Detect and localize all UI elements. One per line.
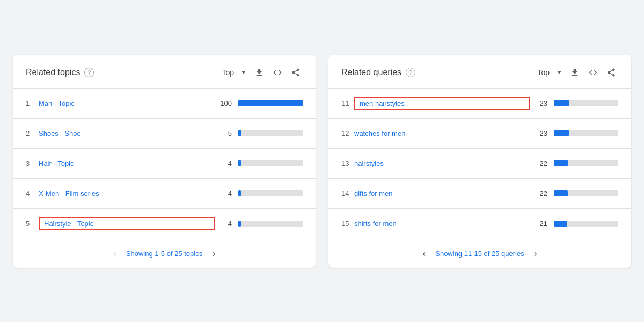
bar-container [554, 130, 618, 136]
left-card-header: Related topics ? Top [13, 55, 316, 89]
right-dropdown-btn[interactable] [554, 69, 564, 76]
right-card-title: Related queries [341, 68, 401, 77]
row-label[interactable]: Man - Topic [39, 99, 215, 107]
row-label[interactable]: hairstyles [354, 159, 530, 167]
bar-fill [238, 160, 241, 166]
table-row: 12watches for men23 [328, 119, 631, 149]
code-icon [273, 68, 282, 77]
left-card-footer: ‹ Showing 1-5 of 25 topics › [13, 239, 316, 268]
table-row: 5Hairstyle - Topic4 [13, 209, 316, 239]
bar-container [554, 100, 618, 106]
row-value: 4 [215, 219, 232, 228]
right-card-footer: ‹ Showing 11-15 of 25 queries › [328, 239, 631, 268]
table-row: 13hairstyles22 [328, 149, 631, 179]
row-number: 11 [341, 99, 354, 107]
row-label[interactable]: Shoes - Shoe [39, 129, 215, 137]
right-code-btn[interactable] [586, 65, 600, 79]
right-dropdown-arrow-icon [557, 71, 561, 74]
right-download-btn[interactable] [568, 65, 582, 79]
bar-container [554, 221, 618, 227]
row-value: 23 [530, 129, 547, 137]
left-download-btn[interactable] [252, 65, 266, 79]
left-help-icon[interactable]: ? [84, 68, 94, 77]
right-top-label: Top [537, 68, 550, 77]
bar-container [554, 160, 618, 166]
row-value: 23 [530, 99, 547, 107]
right-header-controls: Top [537, 65, 618, 79]
left-card-body: 1Man - Topic1002Shoes - Shoe53Hair - Top… [13, 89, 316, 239]
related-topics-card: Related topics ? Top 1Man - Topic1002Sho [13, 55, 316, 268]
table-row: 14gifts for men22 [328, 179, 631, 209]
left-card-title: Related topics [26, 68, 80, 77]
right-help-icon[interactable]: ? [406, 68, 415, 77]
left-next-btn[interactable]: › [209, 247, 218, 260]
bar-container [238, 221, 303, 227]
row-number: 2 [26, 129, 39, 137]
bar-fill [554, 190, 568, 196]
bar-fill [238, 100, 303, 106]
row-label[interactable]: shirts for men [354, 219, 530, 228]
row-number: 5 [26, 219, 39, 228]
table-row: 1Man - Topic100 [13, 89, 316, 119]
right-share-btn[interactable] [604, 65, 618, 79]
left-dropdown-btn[interactable] [238, 69, 248, 76]
bar-fill [238, 130, 241, 136]
row-number: 13 [341, 159, 354, 167]
bar-fill [554, 221, 567, 227]
row-number: 15 [341, 219, 354, 228]
bar-container [238, 190, 303, 196]
share-icon [291, 68, 301, 77]
row-label[interactable]: watches for men [354, 129, 530, 137]
row-label[interactable]: Hair - Topic [39, 159, 215, 167]
table-row: 3Hair - Topic4 [13, 149, 316, 179]
row-number: 1 [26, 99, 39, 107]
left-dropdown-arrow-icon [241, 71, 246, 74]
row-label[interactable]: Hairstyle - Topic [39, 217, 215, 230]
table-row: 4X-Men - Film series4 [13, 179, 316, 209]
table-row: 2Shoes - Shoe5 [13, 119, 316, 149]
bar-container [238, 160, 303, 166]
row-value: 22 [530, 159, 547, 167]
bar-fill [238, 190, 241, 196]
right-download-icon [570, 68, 580, 77]
right-share-icon [606, 68, 616, 77]
bar-container [238, 130, 303, 136]
left-code-btn[interactable] [270, 65, 284, 79]
row-number: 14 [341, 189, 354, 197]
row-value: 4 [215, 159, 232, 167]
right-next-btn[interactable]: › [531, 247, 540, 260]
row-value: 21 [530, 219, 547, 228]
right-code-icon [588, 68, 598, 77]
bar-container [554, 190, 618, 196]
row-value: 4 [215, 189, 232, 197]
bar-fill [554, 100, 569, 106]
row-number: 3 [26, 159, 39, 167]
bar-fill [238, 221, 241, 227]
bar-fill [554, 130, 569, 136]
main-container: Related topics ? Top 1Man - Topic1002Sho [0, 33, 644, 289]
bar-container [238, 100, 303, 106]
row-label[interactable]: gifts for men [354, 189, 530, 197]
row-value: 22 [530, 189, 547, 197]
right-footer-text[interactable]: Showing 11-15 of 25 queries [435, 250, 524, 258]
left-header-controls: Top [222, 65, 303, 79]
left-top-label: Top [222, 68, 234, 77]
download-icon [254, 68, 264, 77]
related-queries-card: Related queries ? Top 11men hairstyles23 [328, 55, 631, 268]
table-row: 15shirts for men21 [328, 209, 631, 239]
row-label[interactable]: X-Men - Film series [39, 189, 215, 197]
right-prev-btn[interactable]: ‹ [419, 247, 429, 260]
row-value: 5 [215, 129, 232, 137]
right-card-body: 11men hairstyles2312watches for men2313h… [328, 89, 631, 239]
right-card-header: Related queries ? Top [328, 55, 631, 89]
table-row: 11men hairstyles23 [328, 89, 631, 119]
row-value: 100 [215, 99, 232, 107]
row-number: 4 [26, 189, 39, 197]
bar-fill [554, 160, 568, 166]
left-prev-btn[interactable]: ‹ [110, 247, 120, 260]
left-share-btn[interactable] [289, 65, 303, 79]
left-footer-text[interactable]: Showing 1-5 of 25 topics [126, 250, 202, 258]
row-number: 12 [341, 129, 354, 137]
row-label[interactable]: men hairstyles [354, 97, 530, 110]
